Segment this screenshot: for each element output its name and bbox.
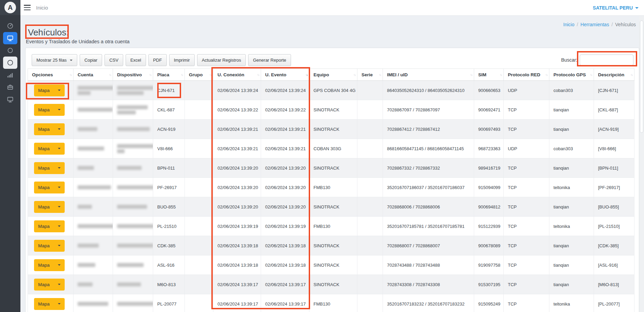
redacted-text bbox=[117, 244, 153, 248]
column-header-equipo[interactable]: Equipo↑↓ bbox=[309, 69, 357, 81]
cell-sim: 915094099 bbox=[474, 178, 504, 197]
breadcrumb-item-herramientas[interactable]: Herramientas bbox=[580, 22, 609, 27]
redacted-text bbox=[117, 282, 141, 286]
account-menu[interactable]: SATELITAL PERU bbox=[593, 0, 639, 16]
cell-opciones: Mapa bbox=[28, 255, 74, 275]
row-mapa-button[interactable]: Mapa bbox=[34, 259, 65, 271]
row-mapa-button[interactable]: Mapa bbox=[34, 182, 65, 193]
redacted-text bbox=[78, 302, 108, 306]
column-header-descripcion[interactable]: Descripción↑↓ bbox=[594, 69, 634, 81]
cell-descripcion: [M6O-813] bbox=[594, 275, 634, 294]
cell-dispositivo bbox=[113, 100, 153, 120]
redacted-text bbox=[78, 86, 113, 90]
redacted-text bbox=[78, 166, 94, 170]
cell-serie bbox=[357, 236, 383, 255]
row-mapa-button[interactable]: Mapa bbox=[34, 279, 65, 291]
cell-grupo bbox=[185, 120, 213, 139]
generar-reporte-button[interactable]: Generar Reporte bbox=[248, 54, 291, 66]
mostrar-25-filas-button[interactable]: Mostrar 25 filas bbox=[32, 54, 77, 66]
mapa-button-label: Mapa bbox=[38, 107, 50, 112]
sidebar-item-dashboard[interactable] bbox=[3, 20, 17, 32]
column-header-cuenta[interactable]: Cuenta↑↓ bbox=[74, 69, 113, 81]
column-label: U. Conexión bbox=[218, 72, 244, 77]
row-mapa-button[interactable]: Mapa bbox=[34, 240, 65, 252]
column-header-placa[interactable]: Placa↑↓ bbox=[153, 69, 185, 81]
button-label: Generar Reporte bbox=[253, 58, 286, 63]
menu-toggle-icon[interactable] bbox=[24, 5, 31, 10]
chevron-down-icon bbox=[58, 187, 61, 188]
cell-placa: PL-21510 bbox=[153, 217, 185, 236]
chevron-down-icon bbox=[58, 284, 61, 285]
sidebar-item-monitoring[interactable] bbox=[3, 32, 17, 44]
sort-icon: ↑↓ bbox=[500, 73, 502, 77]
cell-serie bbox=[357, 81, 383, 100]
cell-u-evento: 02/06/2024 13:39:22 bbox=[261, 100, 309, 120]
actualizar-registros-button[interactable]: Actualizar Registros bbox=[197, 54, 246, 66]
column-header-serie[interactable]: Serie↑↓ bbox=[357, 69, 383, 81]
monitor-icon bbox=[7, 96, 14, 103]
cell-cuenta bbox=[74, 158, 113, 178]
cell-protocolo-gps: tianqian bbox=[549, 197, 594, 217]
app-logo[interactable]: A bbox=[0, 0, 20, 15]
sidebar-item-vehicles[interactable] bbox=[3, 57, 17, 69]
redacted-text bbox=[78, 127, 97, 131]
row-mapa-button[interactable]: Mapa bbox=[34, 298, 65, 310]
column-header-u-evento[interactable]: U. Evento↑↓ bbox=[261, 69, 309, 81]
sidebar-item-tools[interactable] bbox=[3, 81, 17, 93]
cell-serie bbox=[357, 120, 383, 139]
button-label: Actualizar Registros bbox=[202, 58, 241, 63]
redacted-text bbox=[117, 263, 144, 267]
cell-equipo: FMB130 bbox=[309, 294, 357, 312]
table-search: Buscar: bbox=[561, 54, 633, 65]
breadcrumb-item-vehiculos: Vehículos bbox=[615, 22, 636, 27]
cell-u-evento: 02/06/2024 13:39:24 bbox=[261, 81, 309, 100]
breadcrumb: Inicio/Herramientas/Vehículos bbox=[563, 22, 636, 27]
column-header-sim[interactable]: SIM↑↓ bbox=[474, 69, 504, 81]
sidebar-item-devices[interactable] bbox=[3, 93, 17, 106]
column-header-grupo[interactable]: Grupo↑↓ bbox=[185, 69, 213, 81]
row-mapa-button[interactable]: Mapa bbox=[34, 201, 65, 213]
cell-placa: ACN-919 bbox=[153, 120, 185, 139]
signal-bars-icon bbox=[7, 72, 14, 78]
column-label: Descripción bbox=[598, 72, 624, 77]
column-label: U. Evento bbox=[265, 72, 286, 77]
sort-desc-arrow: ↓ bbox=[210, 73, 211, 77]
cell-equipo: FMB130 bbox=[309, 217, 357, 236]
column-header-protocolo-red[interactable]: Protocolo RED↑↓ bbox=[504, 69, 549, 81]
chevron-down-icon bbox=[58, 148, 61, 149]
button-label: Imprimir bbox=[174, 58, 190, 63]
column-header-opciones[interactable]: Opciones↑↓ bbox=[28, 69, 74, 81]
pdf-button[interactable]: PDF bbox=[148, 54, 167, 66]
cell-grupo bbox=[185, 275, 213, 294]
row-mapa-button[interactable]: Mapa bbox=[34, 104, 65, 116]
csv-button[interactable]: CSV bbox=[104, 54, 123, 66]
row-mapa-button[interactable]: Mapa bbox=[34, 123, 65, 135]
search-input[interactable] bbox=[580, 54, 633, 65]
row-mapa-button[interactable]: Mapa bbox=[34, 220, 65, 232]
column-label: Equipo bbox=[313, 72, 329, 77]
sidebar-item-units[interactable] bbox=[3, 44, 17, 57]
cell-u-conexion: 02/06/2024 13:39:20 bbox=[213, 158, 261, 178]
sidebar-item-reports[interactable] bbox=[3, 69, 17, 81]
breadcrumb-item-inicio[interactable]: Inicio bbox=[563, 22, 575, 27]
imprimir-button[interactable]: Imprimir bbox=[169, 54, 195, 66]
column-header-imei-uid[interactable]: IMEI / uID↑↓ bbox=[383, 69, 474, 81]
row-mapa-button[interactable]: Mapa bbox=[34, 162, 65, 174]
excel-button[interactable]: Excel bbox=[126, 54, 146, 66]
copiar-button[interactable]: Copiar bbox=[80, 54, 102, 66]
topbar: Inicio SATELITAL PERU bbox=[20, 0, 644, 16]
cell-sim: 968723363 bbox=[474, 139, 504, 158]
cell-dispositivo bbox=[113, 236, 153, 255]
row-mapa-button[interactable]: Mapa bbox=[34, 84, 65, 96]
cell-opciones: Mapa bbox=[28, 197, 74, 217]
column-header-protocolo-gps[interactable]: Protocolo GPS↑↓ bbox=[549, 69, 594, 81]
redacted-text bbox=[78, 282, 93, 286]
scrollbar-thumb[interactable] bbox=[640, 20, 643, 133]
row-mapa-button[interactable]: Mapa bbox=[34, 143, 65, 155]
column-header-u-conexion[interactable]: U. Conexión↑↓ bbox=[213, 69, 261, 81]
mapa-button-label: Mapa bbox=[38, 263, 50, 268]
vertical-scrollbar bbox=[639, 16, 644, 312]
cell-dispositivo bbox=[113, 139, 153, 158]
cell-u-conexion: 02/06/2024 13:39:19 bbox=[213, 217, 261, 236]
column-header-dispositivo[interactable]: Dispositivo↑↓ bbox=[113, 69, 153, 81]
